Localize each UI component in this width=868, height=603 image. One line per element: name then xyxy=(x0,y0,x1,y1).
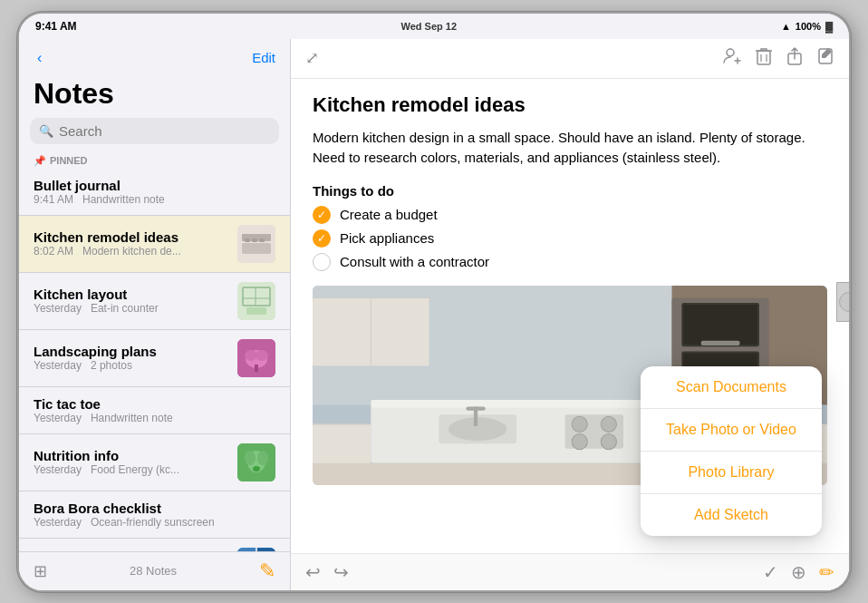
search-icon: 🔍 xyxy=(39,124,53,138)
new-note-button[interactable]: ✎ xyxy=(259,559,275,583)
main-content: ⤢ xyxy=(291,39,849,590)
note-item-kitchen-remodel[interactable]: Kitchen remodel ideas 8:02 AM Modern kit… xyxy=(19,216,290,273)
svg-rect-5 xyxy=(259,238,265,242)
markup-icon[interactable]: ✏ xyxy=(819,561,834,583)
scan-documents-item[interactable]: Scan Documents xyxy=(641,366,822,409)
note-title: Nutrition info xyxy=(34,448,230,463)
undo-icon[interactable]: ↩ xyxy=(305,561,321,583)
note-meta: Yesterday Eat-in counter xyxy=(34,302,230,315)
bottom-toolbar: ↩ ↪ ✓ ⊕ ✏ xyxy=(291,553,849,590)
status-time: 9:41 AM xyxy=(35,20,77,33)
svg-rect-15 xyxy=(255,365,258,372)
compose-icon[interactable] xyxy=(816,46,834,71)
search-input[interactable] xyxy=(59,123,270,139)
add-sketch-item[interactable]: Add Sketch xyxy=(641,494,822,536)
note-heading: Kitchen remodel ideas xyxy=(313,93,827,117)
take-photo-item[interactable]: Take Photo or Video xyxy=(641,409,822,452)
svg-point-19 xyxy=(257,451,268,465)
sidebar-header: ‹ Edit xyxy=(19,39,290,73)
trash-icon[interactable] xyxy=(755,46,773,71)
note-meta: Yesterday Ocean-friendly sunscreen xyxy=(34,516,275,529)
sidebar: ‹ Edit Notes 🔍 📌 PINNED Bullet journal xyxy=(19,39,291,590)
edit-button[interactable]: Edit xyxy=(252,50,275,65)
checkmark-icon[interactable]: ✓ xyxy=(763,561,778,583)
note-item-kitchen-layout[interactable]: Kitchen layout Yesterday Eat-in counter xyxy=(19,273,290,330)
note-item-bullet-journal[interactable]: Bullet journal 9:41 AM Handwritten note xyxy=(19,169,290,216)
svg-point-13 xyxy=(245,350,257,361)
note-title: Landscaping plans xyxy=(34,344,230,359)
todo-item-1: ✓ Create a budget xyxy=(313,206,827,224)
redo-icon[interactable]: ↪ xyxy=(333,561,349,583)
note-meta: 9:41 AM Handwritten note xyxy=(34,193,275,206)
status-right: ▲ 100% ▓ xyxy=(781,21,833,32)
notes-list: 📌 PINNED Bullet journal 9:41 AM Handwrit… xyxy=(19,151,290,551)
todo-item-2: ✓ Pick appliances xyxy=(313,229,827,248)
todo-text-3: Consult with a contractor xyxy=(340,254,489,269)
note-title: Bullet journal xyxy=(34,178,275,193)
svg-point-14 xyxy=(256,350,268,361)
svg-point-48 xyxy=(601,416,616,432)
toolbar-right xyxy=(722,46,834,71)
note-item-landscaping-plans[interactable]: Landscaping plans Yesterday 2 photos xyxy=(19,330,290,387)
note-meta: 8:02 AM Modern kitchen de... xyxy=(34,245,230,258)
todo-checkbox-2[interactable]: ✓ xyxy=(313,229,331,248)
note-meta: Yesterday Food Energy (kc... xyxy=(34,463,230,476)
note-item-vegetable-garden[interactable]: Vegetable garden Yesterday Start plantin… xyxy=(19,539,290,551)
note-item-tic-tac-toe[interactable]: Tic tac toe Yesterday Handwritten note xyxy=(19,387,290,434)
note-item-nutrition-info[interactable]: Nutrition info Yesterday Food Energy (kc… xyxy=(19,434,290,491)
svg-rect-45 xyxy=(466,406,485,410)
svg-rect-10 xyxy=(246,307,266,315)
todo-text-2: Pick appliances xyxy=(340,230,434,246)
note-thumbnail xyxy=(237,443,275,481)
battery-icon: ▓ xyxy=(825,21,833,32)
expand-icon[interactable]: ⤢ xyxy=(305,48,319,68)
status-date: Wed Sep 12 xyxy=(400,21,457,32)
status-bar: 9:41 AM Wed Sep 12 ▲ 100% ▓ xyxy=(19,14,849,39)
wifi-icon: ▲ xyxy=(781,21,791,32)
svg-point-49 xyxy=(572,433,587,449)
svg-rect-57 xyxy=(683,305,757,345)
svg-rect-31 xyxy=(757,51,770,64)
note-thumbnail xyxy=(237,225,275,263)
todo-list: ✓ Create a budget ✓ Pick appliances Cons… xyxy=(313,206,827,271)
todo-text-1: Create a budget xyxy=(340,207,438,222)
battery-level: 100% xyxy=(796,21,821,32)
svg-rect-4 xyxy=(252,238,257,242)
bottom-toolbar-left: ↩ ↪ xyxy=(305,561,349,583)
pinned-section-label: 📌 PINNED xyxy=(19,151,290,169)
svg-rect-3 xyxy=(245,238,250,242)
add-content-icon[interactable]: ⊕ xyxy=(791,561,806,583)
svg-rect-1 xyxy=(242,243,271,254)
context-menu: Scan Documents Take Photo or Video Photo… xyxy=(641,366,822,536)
note-thumbnail xyxy=(237,339,275,377)
search-bar[interactable]: 🔍 xyxy=(30,118,279,144)
svg-point-18 xyxy=(245,451,256,465)
sidebar-title: Notes xyxy=(19,73,290,118)
toolbar-left: ⤢ xyxy=(305,48,319,68)
todo-checkbox-3[interactable] xyxy=(313,253,331,271)
note-title: Bora Bora checklist xyxy=(34,501,275,516)
bottom-toolbar-right: ✓ ⊕ ✏ xyxy=(763,561,834,583)
main-toolbar: ⤢ xyxy=(291,39,849,79)
back-button[interactable]: ‹ xyxy=(34,46,45,70)
svg-point-20 xyxy=(253,466,260,472)
home-circle xyxy=(839,292,851,312)
note-title: Kitchen remodel ideas xyxy=(34,229,230,245)
note-title: Tic tac toe xyxy=(34,396,275,412)
todo-item-3: Consult with a contractor xyxy=(313,253,827,271)
note-paragraph: Modern kitchen design in a small space. … xyxy=(313,128,827,169)
share-icon[interactable] xyxy=(786,46,804,71)
gallery-icon[interactable]: ⊞ xyxy=(34,561,47,581)
svg-rect-41 xyxy=(371,400,642,408)
todo-checkbox-1[interactable]: ✓ xyxy=(313,206,331,224)
things-heading: Things to do xyxy=(313,183,827,199)
notes-count: 28 Notes xyxy=(47,564,259,578)
note-item-bora-bora[interactable]: Bora Bora checklist Yesterday Ocean-frie… xyxy=(19,491,290,539)
svg-point-47 xyxy=(572,416,587,432)
photo-library-item[interactable]: Photo Library xyxy=(641,452,822,494)
note-meta: Yesterday 2 photos xyxy=(34,359,230,372)
add-person-icon[interactable] xyxy=(722,46,742,71)
note-thumbnail xyxy=(237,282,275,320)
device-frame: 9:41 AM Wed Sep 12 ▲ 100% ▓ ‹ Edit Notes… xyxy=(17,12,851,592)
app-container: ‹ Edit Notes 🔍 📌 PINNED Bullet journal xyxy=(19,39,849,590)
